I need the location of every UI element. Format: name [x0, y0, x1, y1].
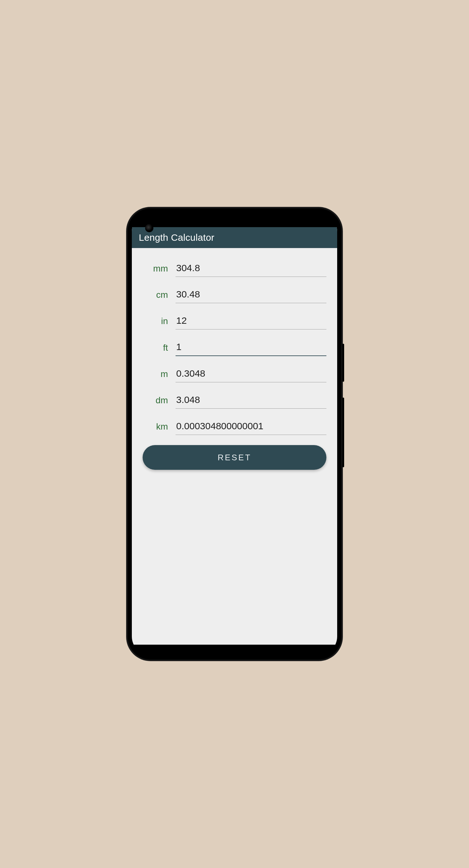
input-in[interactable]: [176, 313, 326, 330]
app-content: mm cm in ft m: [132, 248, 337, 645]
input-cm[interactable]: [176, 287, 326, 303]
phone-frame: Length Calculator mm cm in ft: [127, 208, 342, 660]
input-dm[interactable]: [176, 393, 326, 409]
row-mm: mm: [143, 261, 326, 277]
input-ft[interactable]: [176, 340, 326, 356]
input-mm[interactable]: [176, 261, 326, 277]
label-ft: ft: [143, 343, 170, 356]
row-km: km: [143, 419, 326, 435]
label-dm: dm: [143, 395, 170, 409]
row-cm: cm: [143, 287, 326, 303]
row-ft: ft: [143, 340, 326, 356]
app-screen: Length Calculator mm cm in ft: [132, 227, 337, 645]
row-dm: dm: [143, 393, 326, 409]
label-mm: mm: [143, 264, 170, 277]
front-camera: [145, 224, 153, 232]
row-m: m: [143, 366, 326, 382]
label-km: km: [143, 422, 170, 435]
app-title: Length Calculator: [139, 232, 214, 243]
label-m: m: [143, 369, 170, 382]
label-in: in: [143, 316, 170, 330]
input-m[interactable]: [176, 366, 326, 382]
reset-button[interactable]: RESET: [143, 445, 326, 470]
screen-wrap: Length Calculator mm cm in ft: [132, 213, 337, 655]
label-cm: cm: [143, 290, 170, 303]
input-km[interactable]: [176, 419, 326, 435]
row-in: in: [143, 313, 326, 330]
app-bar: Length Calculator: [132, 227, 337, 248]
